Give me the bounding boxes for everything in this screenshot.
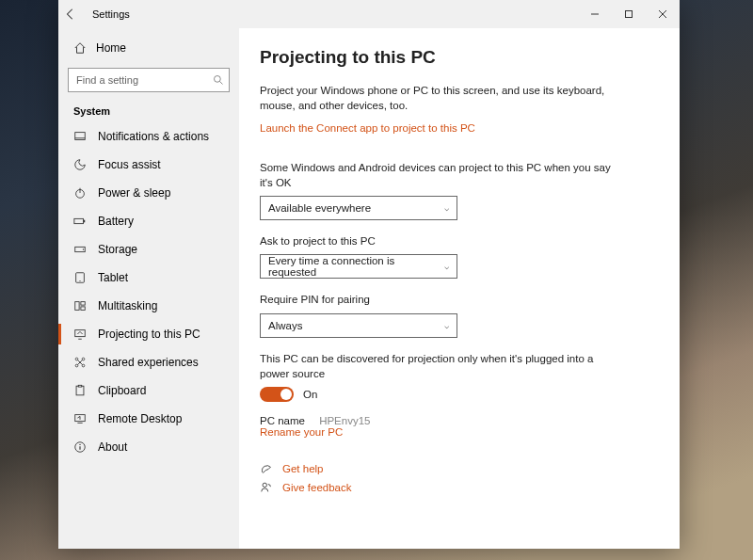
sidebar-item-notifications[interactable]: Notifications & actions [68, 122, 230, 151]
sidebar-item-remote-desktop[interactable]: Remote Desktop [68, 405, 230, 433]
power-icon [73, 186, 87, 200]
page-heading: Projecting to this PC [260, 47, 653, 68]
multitask-icon [73, 299, 87, 312]
sidebar-item-label: Tablet [98, 271, 128, 284]
svg-point-18 [75, 358, 78, 360]
pin-label: Require PIN for pairing [260, 292, 617, 307]
main-pane: Projecting to this PC Project your Windo… [239, 28, 680, 549]
launch-connect-link[interactable]: Launch the Connect app to project to thi… [260, 122, 475, 134]
shared-icon [73, 356, 87, 369]
discover-toggle[interactable] [260, 387, 294, 402]
sidebar-item-label: About [98, 440, 127, 454]
settings-window: Settings Home S [58, 0, 680, 549]
search-wrap [68, 68, 230, 92]
sidebar-item-shared-experiences[interactable]: Shared experiences [68, 348, 230, 376]
focus-icon [73, 158, 87, 171]
give-feedback-link[interactable]: Give feedback [282, 482, 352, 493]
sidebar-item-storage[interactable]: Storage [68, 235, 230, 264]
notifications-icon [73, 130, 87, 143]
sidebar-item-power-sleep[interactable]: Power & sleep [68, 179, 230, 207]
discover-label: This PC can be discovered for projection… [260, 351, 617, 381]
content-area: Home System Notifications & actions F [58, 28, 680, 549]
svg-point-29 [263, 483, 266, 487]
svg-point-12 [79, 280, 80, 281]
titlebar: Settings [58, 0, 680, 28]
search-input[interactable] [68, 68, 230, 92]
close-button[interactable] [646, 0, 680, 28]
sidebar-item-label: Focus assist [98, 158, 161, 171]
sidebar-item-label: Projecting to this PC [98, 328, 200, 341]
sidebar-item-label: Remote Desktop [98, 412, 182, 425]
home-icon [73, 41, 87, 55]
svg-rect-22 [76, 386, 84, 395]
sidebar-item-label: Multitasking [98, 299, 157, 312]
sidebar-item-projecting[interactable]: Projecting to this PC [68, 320, 230, 348]
section-title: System [73, 105, 230, 117]
svg-point-20 [75, 364, 78, 367]
sidebar-item-label: Storage [98, 243, 137, 256]
sidebar: Home System Notifications & actions F [58, 28, 239, 549]
rename-pc-link[interactable]: Rename your PC [260, 426, 343, 438]
storage-icon [73, 243, 87, 256]
ask-label: Ask to project to this PC [260, 233, 617, 248]
svg-rect-23 [78, 385, 82, 387]
sidebar-item-label: Battery [98, 215, 134, 228]
ask-select[interactable]: Every time a connection is requested ⌵ [260, 254, 457, 279]
help-icon [260, 462, 273, 475]
clipboard-icon [73, 384, 87, 397]
svg-point-10 [83, 248, 84, 249]
sidebar-item-focus-assist[interactable]: Focus assist [68, 151, 230, 179]
pin-value: Always [268, 320, 302, 331]
sidebar-item-about[interactable]: About [68, 433, 230, 461]
svg-rect-14 [81, 302, 85, 306]
page-description: Project your Windows phone or PC to this… [260, 83, 617, 113]
pc-name-label: PC name [260, 415, 305, 426]
remote-icon [73, 412, 87, 425]
home-label: Home [96, 41, 126, 55]
availability-value: Available everywhere [268, 202, 371, 214]
sidebar-item-clipboard[interactable]: Clipboard [68, 376, 230, 405]
chevron-down-icon: ⌵ [444, 321, 449, 330]
about-icon [73, 440, 87, 454]
tablet-icon [73, 271, 87, 284]
minimize-button[interactable] [578, 0, 612, 28]
sidebar-item-label: Clipboard [98, 384, 146, 397]
availability-select[interactable]: Available everywhere ⌵ [260, 196, 457, 220]
svg-rect-15 [81, 307, 85, 311]
home-button[interactable]: Home [68, 34, 230, 62]
sidebar-item-multitasking[interactable]: Multitasking [68, 292, 230, 320]
chevron-down-icon: ⌵ [444, 262, 449, 271]
svg-rect-13 [75, 302, 79, 311]
sidebar-item-tablet[interactable]: Tablet [68, 264, 230, 292]
maximize-button[interactable] [612, 0, 646, 28]
discover-state: On [303, 389, 317, 400]
get-help-link[interactable]: Get help [282, 463, 323, 474]
ask-value: Every time a connection is requested [268, 255, 444, 278]
feedback-icon [260, 481, 273, 494]
svg-rect-1 [626, 11, 633, 18]
battery-icon [73, 215, 87, 228]
window-title: Settings [90, 8, 130, 20]
availability-label: Some Windows and Android devices can pro… [260, 160, 617, 190]
sidebar-item-label: Notifications & actions [98, 130, 209, 143]
svg-point-27 [79, 444, 80, 445]
sidebar-item-battery[interactable]: Battery [68, 207, 230, 235]
chevron-down-icon: ⌵ [444, 203, 449, 213]
projecting-icon [73, 328, 87, 341]
sidebar-item-label: Power & sleep [98, 186, 170, 200]
svg-rect-7 [74, 218, 84, 223]
pin-select[interactable]: Always ⌵ [260, 313, 457, 338]
svg-point-21 [82, 364, 85, 367]
svg-point-19 [82, 358, 85, 360]
svg-rect-4 [75, 133, 86, 140]
svg-rect-16 [75, 330, 86, 337]
pc-name-value: HPEnvy15 [319, 415, 370, 426]
sidebar-item-label: Shared experiences [98, 356, 199, 369]
svg-rect-8 [84, 220, 85, 223]
back-button[interactable] [64, 8, 90, 21]
